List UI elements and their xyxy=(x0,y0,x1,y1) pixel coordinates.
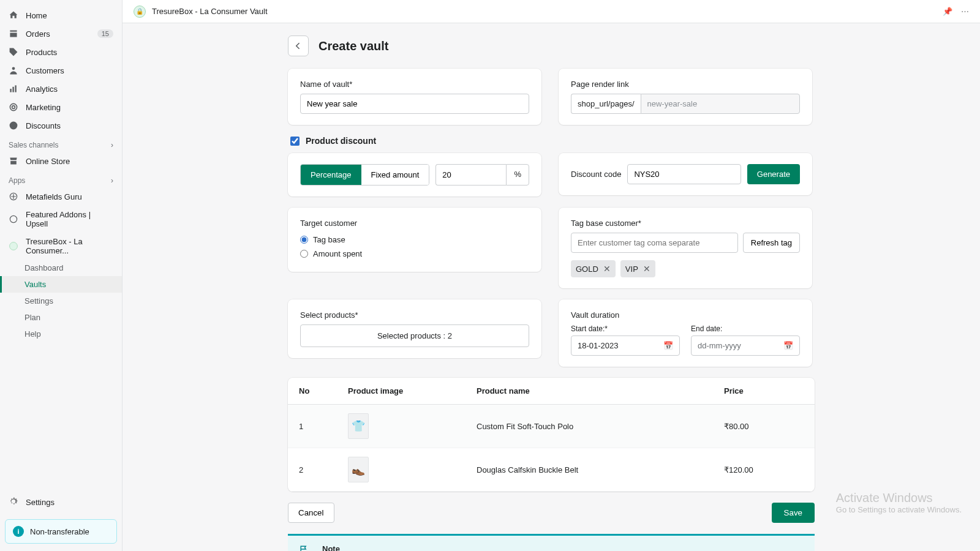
remove-chip-icon[interactable]: ✕ xyxy=(643,264,650,274)
vault-name-label: Name of vault* xyxy=(300,80,529,89)
product-discount-label: Product discount xyxy=(306,136,376,146)
product-discount-checkbox[interactable] xyxy=(290,137,300,146)
vault-duration-card: Vault duration Start date:* 18-01-2023 📅 xyxy=(559,299,812,367)
refresh-tag-button[interactable]: Refresh tag xyxy=(743,233,800,253)
target-customer-card: Target customer Tag base Amount spent xyxy=(288,208,541,272)
flag-icon xyxy=(299,544,312,551)
products-table: No Product image Product name Price 1 👕 … xyxy=(288,378,815,492)
target-customer-label: Target customer xyxy=(300,219,529,228)
sidebar-item-label: Online Store xyxy=(26,157,70,166)
table-header: No Product image Product name Price xyxy=(288,378,815,405)
sidebar-item-home[interactable]: Home xyxy=(0,6,122,24)
radio-amount-spent[interactable] xyxy=(300,250,308,258)
svg-point-6 xyxy=(10,122,18,130)
cancel-button[interactable]: Cancel xyxy=(288,503,334,523)
discount-type-card: Percentage Fixed amount % xyxy=(288,153,541,197)
tag-chip: GOLD ✕ xyxy=(571,260,616,277)
apps-header[interactable]: Apps › xyxy=(0,170,122,187)
more-icon[interactable]: ⋯ xyxy=(961,7,969,16)
back-button[interactable] xyxy=(288,36,309,56)
radio-tag-base[interactable] xyxy=(300,236,308,244)
start-date-input[interactable]: 18-01-2023 📅 xyxy=(571,335,680,356)
home-icon xyxy=(9,10,18,20)
save-button[interactable]: Save xyxy=(772,503,815,523)
vault-duration-label: Vault duration xyxy=(571,310,800,320)
sidebar-app-tresurebox[interactable]: TresureBox - La Consumer... xyxy=(0,233,122,260)
product-thumbnail: 👕 xyxy=(348,413,369,439)
calendar-icon: 📅 xyxy=(663,341,673,350)
store-icon xyxy=(9,156,18,166)
app-icon xyxy=(9,214,18,224)
svg-rect-1 xyxy=(10,89,11,92)
vault-name-input[interactable] xyxy=(300,94,529,114)
selected-products-button[interactable]: Selected products : 2 xyxy=(300,324,529,347)
sidebar-item-products[interactable]: Products xyxy=(0,43,122,61)
generate-button[interactable]: Generate xyxy=(747,164,800,184)
info-icon: i xyxy=(13,526,24,537)
sidebar-app-featured[interactable]: Featured Addons | Upsell xyxy=(0,206,122,233)
app-logo-icon: 🔒 xyxy=(134,6,146,18)
chevron-right-icon: › xyxy=(111,141,113,149)
sidebar-item-online-store[interactable]: Online Store xyxy=(0,152,122,170)
radio-label-tag: Tag base xyxy=(313,235,345,244)
sidebar-item-customers[interactable]: Customers xyxy=(0,61,122,80)
subnav-settings[interactable]: Settings xyxy=(0,293,122,309)
tag-chip: VIP ✕ xyxy=(620,260,655,277)
render-link-card: Page render link shop_url/pages/ xyxy=(559,69,812,125)
pin-icon[interactable]: 📌 xyxy=(943,7,952,16)
sidebar-item-analytics[interactable]: Analytics xyxy=(0,80,122,98)
chevron-right-icon: › xyxy=(111,176,113,185)
sidebar-item-label: Marketing xyxy=(26,103,61,112)
sales-channels-header[interactable]: Sales channels › xyxy=(0,135,122,152)
page-title: Create vault xyxy=(318,39,389,53)
analytics-icon xyxy=(9,84,18,94)
sidebar-item-discounts[interactable]: Discounts xyxy=(0,116,122,135)
person-icon xyxy=(9,66,18,75)
app-icon xyxy=(9,241,18,251)
note-banner: Note All fields marked with an asterisk … xyxy=(288,534,815,551)
discount-amount-input[interactable] xyxy=(435,164,506,186)
sidebar: Home Orders 15 Products Customers Analyt… xyxy=(0,0,123,551)
tag-input[interactable] xyxy=(571,233,738,253)
end-date-input[interactable]: dd-mm-yyyy 📅 xyxy=(691,335,800,356)
sidebar-item-label: Customers xyxy=(26,66,64,75)
subnav-plan[interactable]: Plan xyxy=(0,309,122,326)
subnav-vaults[interactable]: Vaults xyxy=(0,276,122,293)
table-row: 1 👕 Custom Fit Soft-Touch Polo ₹80.00 xyxy=(288,405,815,448)
tag-icon xyxy=(9,47,18,57)
radio-label-amount: Amount spent xyxy=(313,249,362,258)
target-icon xyxy=(9,102,18,112)
subnav-dashboard[interactable]: Dashboard xyxy=(0,260,122,276)
subnav-help[interactable]: Help xyxy=(0,326,122,342)
svg-point-9 xyxy=(10,242,18,250)
svg-point-5 xyxy=(12,106,15,109)
discount-code-input[interactable] xyxy=(627,164,741,184)
discount-code-card: Discount code Generate xyxy=(559,153,812,195)
table-row: 2 👞 Douglas Calfskin Buckle Belt ₹120.00 xyxy=(288,448,815,492)
discount-type-segment: Percentage Fixed amount xyxy=(300,164,429,186)
product-thumbnail: 👞 xyxy=(348,457,369,482)
segment-percentage[interactable]: Percentage xyxy=(301,165,361,185)
tag-customer-card: Tag base customer* Refresh tag GOLD ✕ xyxy=(559,208,812,288)
sidebar-item-label: Analytics xyxy=(26,84,58,94)
segment-fixed[interactable]: Fixed amount xyxy=(361,165,429,185)
orders-icon xyxy=(9,29,18,39)
render-link-label: Page render link xyxy=(571,80,800,89)
select-products-card: Select products* Selected products : 2 xyxy=(288,299,541,358)
app-title: TresureBox - La Consumer Vault xyxy=(152,7,268,16)
url-prefix: shop_url/pages/ xyxy=(571,94,641,114)
sidebar-settings[interactable]: Settings xyxy=(0,492,122,513)
sidebar-item-orders[interactable]: Orders 15 xyxy=(0,24,122,43)
sidebar-item-label: Metafields Guru xyxy=(26,192,82,201)
app-icon xyxy=(9,192,18,201)
sidebar-item-marketing[interactable]: Marketing xyxy=(0,98,122,116)
non-transferable-badge[interactable]: i Non-transferable xyxy=(5,519,117,544)
orders-badge: 15 xyxy=(97,29,113,38)
percent-suffix: % xyxy=(506,164,529,186)
sidebar-app-metafields[interactable]: Metafields Guru xyxy=(0,187,122,206)
gear-icon xyxy=(9,497,18,508)
sidebar-item-label: Products xyxy=(26,48,57,57)
remove-chip-icon[interactable]: ✕ xyxy=(603,264,611,274)
discount-code-label: Discount code xyxy=(571,170,621,179)
svg-rect-3 xyxy=(15,85,16,92)
